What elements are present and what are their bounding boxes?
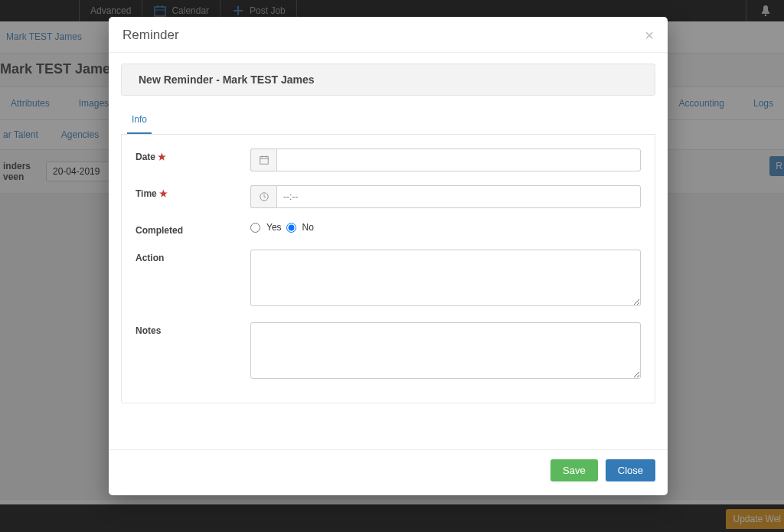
svg-line-13 xyxy=(264,197,266,197)
modal-header: Reminder × xyxy=(109,17,668,53)
form-panel: Date★ Time★ xyxy=(121,135,655,403)
date-input-group xyxy=(250,149,641,171)
notes-textarea[interactable] xyxy=(250,322,641,379)
save-button[interactable]: Save xyxy=(550,459,598,481)
calendar-addon-icon[interactable] xyxy=(250,149,276,171)
row-completed: Completed Yes No xyxy=(136,222,641,236)
label-notes: Notes xyxy=(136,322,250,336)
required-star: ★ xyxy=(158,152,166,162)
svg-rect-7 xyxy=(260,157,268,165)
panel-title: New Reminder - Mark TEST James xyxy=(121,64,655,96)
modal-tab-info[interactable]: Info xyxy=(127,108,152,134)
label-action: Action xyxy=(136,250,250,263)
modal-title: Reminder xyxy=(122,28,179,43)
time-input[interactable] xyxy=(276,185,641,208)
label-date: Date★ xyxy=(136,149,250,162)
label-date-text: Date xyxy=(136,152,155,162)
clock-addon-icon[interactable] xyxy=(250,185,276,208)
label-time: Time★ xyxy=(136,185,250,199)
close-button[interactable]: Close xyxy=(606,459,655,481)
modal-footer: Save Close xyxy=(109,450,668,495)
action-textarea[interactable] xyxy=(250,250,641,306)
completed-no-radio[interactable] xyxy=(286,223,296,233)
modal-tabs: Info xyxy=(121,108,655,135)
completed-yes-radio[interactable] xyxy=(250,223,260,233)
date-input[interactable] xyxy=(276,149,641,171)
time-input-group xyxy=(250,185,641,208)
completed-radio-group: Yes No xyxy=(250,222,641,233)
row-action: Action xyxy=(136,250,641,308)
row-date: Date★ xyxy=(136,149,641,171)
label-time-text: Time xyxy=(136,188,157,199)
row-time: Time★ xyxy=(136,185,641,208)
reminder-modal: Reminder × New Reminder - Mark TEST Jame… xyxy=(109,17,668,495)
row-notes: Notes xyxy=(136,322,641,381)
modal-body: New Reminder - Mark TEST James Info Date… xyxy=(109,53,668,426)
modal-close-x[interactable]: × xyxy=(645,28,654,43)
required-star: ★ xyxy=(159,188,168,199)
completed-no-label: No xyxy=(302,222,314,233)
completed-yes-label: Yes xyxy=(266,222,282,233)
label-completed: Completed xyxy=(136,222,250,236)
